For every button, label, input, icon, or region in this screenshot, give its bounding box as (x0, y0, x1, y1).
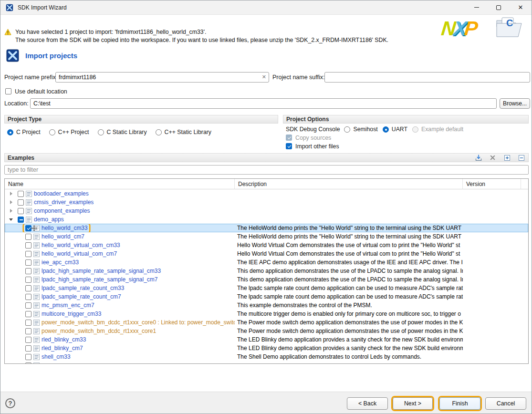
row-checkbox[interactable] (18, 191, 24, 197)
import-other-files-row: Import other files (286, 143, 529, 150)
example-name[interactable]: mc_pmsm_enc_cm7 (42, 302, 94, 309)
example-name[interactable]: hello_world_cm7 (42, 233, 84, 240)
example-name[interactable]: cmsis_driver_examples (34, 199, 94, 206)
table-row[interactable]: lpadc_high_sample_rate_sample_signal_cm3… (5, 267, 528, 275)
row-checkbox[interactable] (25, 294, 31, 300)
table-row[interactable]: power_mode_switch_bm_dcdc_rt1xxx_core0 :… (5, 318, 528, 327)
row-checkbox[interactable] (25, 242, 31, 248)
example-name[interactable]: component_examples (34, 207, 90, 214)
column-header-name[interactable]: Name (5, 179, 235, 189)
project-name-suffix-input[interactable] (324, 72, 530, 83)
copy-sources-label: Copy sources (295, 135, 331, 141)
row-checkbox[interactable] (25, 259, 31, 266)
row-checkbox[interactable] (25, 234, 31, 240)
column-header-version[interactable]: Version (463, 179, 521, 189)
table-row[interactable]: multicore_trigger_cm33 The multicore tri… (5, 310, 528, 318)
import-icon[interactable] (474, 154, 482, 162)
table-row[interactable]: hello_world_virtual_com_cm33 Hello World… (5, 241, 528, 249)
example-name[interactable]: rled_blinky_cm7 (42, 345, 83, 352)
table-row[interactable]: power_mode_switch_bm_dcdc_rt1xxx_core1 T… (5, 327, 528, 335)
radio-option[interactable]: C++ Static Library (156, 129, 211, 135)
radio-option[interactable]: C Project (7, 129, 41, 135)
row-checkbox[interactable] (25, 268, 31, 274)
radio-option[interactable]: Semihost (344, 126, 377, 133)
expander-icon[interactable] (8, 190, 14, 197)
example-name[interactable]: rled_blinky_cm33 (42, 336, 86, 343)
table-row[interactable]: demo_apps (5, 215, 528, 224)
example-name[interactable]: shell_cm33 (42, 353, 71, 360)
row-checkbox[interactable] (25, 251, 31, 257)
filter-input[interactable] (4, 165, 529, 175)
example-name[interactable]: multicore_trigger_cm33 (42, 310, 101, 317)
clear-selection-icon[interactable] (489, 154, 497, 162)
table-row[interactable]: cmsis_driver_examples (5, 198, 528, 207)
row-checkbox[interactable] (25, 362, 31, 364)
row-checkbox[interactable] (25, 337, 31, 343)
expand-all-icon[interactable] (503, 154, 511, 162)
import-other-files-checkbox[interactable] (286, 143, 292, 149)
expander-icon[interactable] (8, 216, 14, 223)
table-row[interactable]: bootloader_examples (5, 189, 528, 198)
finish-button[interactable]: Finish (439, 397, 480, 410)
expander-icon[interactable] (8, 207, 14, 214)
expander-icon[interactable] (8, 199, 14, 206)
row-checkbox[interactable] (25, 302, 31, 309)
example-name[interactable]: iee_apc_cm33 (42, 259, 79, 266)
table-row[interactable]: hello_world_cm7 The HelloWorld demo prin… (5, 232, 528, 241)
column-header-description[interactable]: Description (235, 179, 463, 189)
row-checkbox[interactable] (25, 320, 31, 326)
maximize-button[interactable] (488, 0, 510, 14)
collapse-all-icon[interactable] (517, 154, 525, 162)
table-row[interactable]: mc_pmsm_enc_cm7 This example demonstrate… (5, 301, 528, 310)
table-row[interactable]: component_examples (5, 207, 528, 215)
row-checkbox[interactable] (18, 208, 24, 214)
row-checkbox[interactable] (25, 277, 31, 283)
table-row[interactable]: shell_cm33 The Shell Demo application de… (5, 352, 528, 361)
row-checkbox[interactable] (18, 199, 24, 206)
help-button[interactable] (5, 398, 15, 408)
table-row[interactable]: iee_apc_cm33 The IEE APC demo applicatio… (5, 258, 528, 267)
table-row[interactable]: lpadc_sample_rate_count_cm7 The lpadc sa… (5, 292, 528, 301)
close-button[interactable] (510, 0, 532, 14)
example-name[interactable]: lpadc_sample_rate_count_cm7 (42, 293, 121, 300)
example-file-icon (33, 302, 40, 309)
radio-option[interactable]: UART (383, 126, 407, 133)
example-file-icon (33, 234, 40, 240)
table-row[interactable]: rled_blinky_cm7 The LED Blinky demo appl… (5, 344, 528, 352)
next-button[interactable]: Next > (393, 397, 433, 410)
example-name[interactable]: power_mode_switch_bm_dcdc_rt1xxx_core0 :… (42, 319, 235, 326)
example-name[interactable]: hello_world_virtual_com_cm33 (42, 242, 120, 248)
table-row[interactable]: lpadc_high_sample_rate_sample_signal_cm7… (5, 275, 528, 284)
copy-sources-checkbox[interactable] (286, 135, 292, 141)
example-name[interactable]: bootloader_examples (34, 190, 89, 197)
example-name[interactable]: hello_world_virtual_com_cm7 (42, 250, 117, 257)
example-name[interactable]: lpadc_high_sample_rate_sample_signal_cm3… (42, 268, 161, 274)
project-name-prefix-input[interactable] (55, 72, 269, 83)
radio-option[interactable]: C Static Library (98, 129, 147, 135)
back-button[interactable]: < Back (347, 397, 388, 410)
example-name[interactable]: lpadc_high_sample_rate_sample_signal_cm7 (42, 276, 158, 283)
row-checkbox[interactable] (25, 328, 31, 334)
row-checkbox[interactable] (25, 345, 31, 352)
radio-option[interactable]: C++ Project (49, 129, 89, 135)
table-row[interactable]: lpadc_sample_rate_count_cm33 The lpadc s… (5, 284, 528, 292)
example-name[interactable]: hello_world_cm33 (42, 225, 88, 231)
table-row[interactable]: hello_world_virtual_com_cm7 Hello World … (5, 249, 528, 258)
clear-prefix-icon[interactable] (262, 74, 266, 80)
row-checkbox[interactable] (25, 354, 31, 360)
table-row[interactable] (5, 361, 528, 363)
radio-option[interactable]: Example default (412, 126, 463, 133)
minimize-button[interactable] (466, 0, 488, 14)
cancel-button[interactable]: Cancel (485, 397, 526, 410)
example-name[interactable]: lpadc_sample_rate_count_cm33 (42, 285, 124, 291)
use-default-location-checkbox[interactable] (5, 88, 11, 94)
row-checkbox[interactable] (18, 217, 24, 223)
example-name[interactable]: demo_apps (34, 216, 64, 223)
location-input[interactable] (30, 98, 497, 109)
row-checkbox[interactable] (25, 285, 31, 291)
table-row[interactable]: hello_world_cm33 The HelloWorld demo pri… (5, 224, 528, 232)
example-name[interactable]: power_mode_switch_bm_dcdc_rt1xxx_core1 (42, 328, 156, 334)
table-row[interactable]: rled_blinky_cm33 The LED Blinky demo app… (5, 335, 528, 344)
browse-button[interactable]: Browse... (500, 98, 530, 109)
row-checkbox[interactable] (25, 311, 31, 317)
